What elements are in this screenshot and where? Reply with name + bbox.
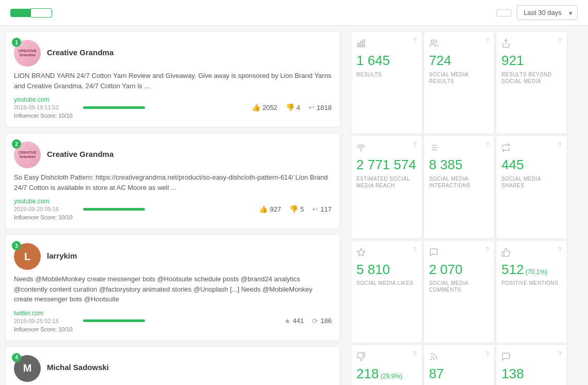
score-bar-bg xyxy=(83,106,145,109)
mention-date: 2019-09-20 05:16 xyxy=(14,206,73,212)
mention-card: 4 M Michal Sadowski profilem na Facebook… xyxy=(5,346,340,386)
stat-question-mark[interactable]: ? xyxy=(558,350,562,358)
svg-point-5 xyxy=(361,151,362,152)
svg-rect-1 xyxy=(361,41,362,47)
stat-value: 87 xyxy=(429,366,444,381)
stat-label: RESULTS xyxy=(356,71,382,78)
mention-stats: ★ 441 ⟳ 186 xyxy=(284,317,332,325)
reply-icon: ↩ xyxy=(312,205,318,213)
mention-card: 3 L larrykim Needs @MobileMonkey create … xyxy=(5,234,340,341)
mention-name: Creative Grandma xyxy=(47,150,113,158)
stat-question-mark[interactable]: ? xyxy=(413,141,416,149)
stat-question-mark[interactable]: ? xyxy=(413,37,416,44)
rank-badge: 1 xyxy=(12,38,21,47)
stat-card: ? 138 RESULTS FROMFORUMS xyxy=(496,344,567,385)
stat-card: ? 87 RESULTS FROMBLOGS xyxy=(423,344,495,385)
star-icon: ★ xyxy=(284,317,291,325)
stat-label: SOCIAL MEDIA LIKES xyxy=(356,280,413,286)
mention-meta-left: youtube.com 2019-09-20 05:16 Influencer … xyxy=(14,198,73,220)
score-bar-bg xyxy=(83,319,145,322)
source-link[interactable]: youtube.com xyxy=(14,198,73,205)
like-count: 441 xyxy=(293,317,304,325)
mention-name: Michal Sadowski xyxy=(47,363,109,372)
stat-card: ? 921 RESULTS BEYONDSOCIAL MEDIA xyxy=(496,31,567,134)
stat-question-mark[interactable]: ? xyxy=(485,246,489,253)
stat-question-mark[interactable]: ? xyxy=(413,246,416,253)
source-link[interactable]: twitter.com xyxy=(14,310,73,317)
stat-icon-list xyxy=(429,143,438,154)
stat-icon-comment xyxy=(429,248,438,259)
score-bar-fill xyxy=(83,106,145,109)
stat-card: ? 2 771 574 ESTIMATED SOCIALMEDIA REACH xyxy=(351,135,422,238)
stat-card: ? 445 SOCIAL MEDIASHARES xyxy=(496,135,567,238)
avatar-wrapper: 3 L xyxy=(14,243,41,270)
dislike-stat: 👎 5 xyxy=(289,205,304,213)
dislike-icon: 👎 xyxy=(286,103,295,111)
stat-question-mark[interactable]: ? xyxy=(413,350,416,358)
dislike-count: 5 xyxy=(300,205,304,213)
stat-value: 2 070 xyxy=(429,262,463,277)
mention-body: Needs @MobileMonkey create messenger bot… xyxy=(14,274,332,304)
retweet-icon: ⟳ xyxy=(312,317,318,325)
reply-icon: ↩ xyxy=(308,103,315,111)
score-bar-container xyxy=(83,319,145,322)
rank-badge: 2 xyxy=(12,139,21,149)
stat-value: 8 385 xyxy=(429,157,463,172)
main-layout: 1 CREATIVEGrandma Creative Grandma LION … xyxy=(0,26,588,385)
mention-body: LION BRAND YARN 24/7 Cotton Yarn Review … xyxy=(14,71,332,91)
mention-date: 2019-09-25 02:15 xyxy=(14,318,73,324)
stat-question-mark[interactable]: ? xyxy=(485,37,489,44)
rank-badge: 4 xyxy=(12,353,21,362)
stat-label: SOCIAL MEDIARESULTS xyxy=(429,71,469,85)
source-link[interactable]: youtube.com xyxy=(14,96,73,103)
stat-question-mark[interactable]: ? xyxy=(558,246,562,253)
like-count: 927 xyxy=(270,205,281,213)
stat-icon-rss xyxy=(429,352,438,363)
stat-icon-people xyxy=(429,39,438,50)
stat-value: 138 xyxy=(501,366,524,381)
mention-meta: youtube.com 2019-09-19 11:52 Influencer … xyxy=(14,96,332,119)
filter-mentions-button[interactable] xyxy=(496,9,512,17)
stat-label: ESTIMATED SOCIALMEDIA REACH xyxy=(356,175,410,189)
toolbar-right: Last 30 days xyxy=(496,5,578,20)
like-icon: 👍 xyxy=(259,205,268,213)
stat-suffix: (29.9%) xyxy=(379,373,402,380)
mention-name: larrykim xyxy=(47,251,77,260)
stat-question-mark[interactable]: ? xyxy=(485,350,489,358)
stat-icon-share xyxy=(501,39,511,50)
mention-meta: youtube.com 2019-09-20 05:16 Influencer … xyxy=(14,198,332,220)
stat-question-mark[interactable]: ? xyxy=(558,37,562,44)
stat-card: ? 8 385 SOCIAL MEDIAINTERACTIONS xyxy=(423,135,495,238)
mention-stats: 👍 927 👎 5 ↩ 117 xyxy=(259,205,332,213)
stat-icon-thumbs-down xyxy=(356,352,366,363)
avatar-wrapper: 1 CREATIVEGrandma xyxy=(14,40,41,67)
mention-card: 2 CREATIVEGrandma Creative Grandma So Ea… xyxy=(5,133,340,229)
avatar-wrapper: 4 M xyxy=(14,355,41,382)
like-stat: ★ 441 xyxy=(284,317,304,325)
mentions-panel: 1 CREATIVEGrandma Creative Grandma LION … xyxy=(0,26,346,385)
svg-point-13 xyxy=(431,359,432,360)
stat-icon-bar-chart xyxy=(356,39,366,50)
stats-panel: ? 1 645 RESULTS ? 724 SOCIAL MEDIARESULT… xyxy=(346,26,573,385)
stat-value: 2 771 574 xyxy=(356,157,416,172)
date-range-select[interactable]: Last 30 days xyxy=(517,5,578,20)
dislike-icon: 👎 xyxy=(289,205,298,213)
like-icon: 👍 xyxy=(252,103,260,111)
svg-rect-0 xyxy=(357,43,359,47)
like-count: 2052 xyxy=(263,104,277,111)
rank-badge: 3 xyxy=(12,241,21,250)
tab-popular-profiles[interactable] xyxy=(31,8,52,18)
stat-label: SOCIAL MEDIAINTERACTIONS xyxy=(429,175,470,189)
tab-popular-mentions[interactable] xyxy=(10,9,31,17)
stat-question-mark[interactable]: ? xyxy=(558,141,562,149)
mention-card: 1 CREATIVEGrandma Creative Grandma LION … xyxy=(5,31,340,127)
stat-card: ? 5 810 SOCIAL MEDIA LIKES xyxy=(351,240,422,343)
stat-value: 724 xyxy=(429,53,451,68)
mention-name: Creative Grandma xyxy=(47,48,113,57)
stat-question-mark[interactable]: ? xyxy=(485,141,489,149)
influencer-score: Influencer Score: 10/10 xyxy=(14,113,73,119)
stat-icon-bubble xyxy=(501,352,511,363)
influencer-score: Influencer Score: 10/10 xyxy=(14,326,73,332)
stat-card: ? 724 SOCIAL MEDIARESULTS xyxy=(423,31,495,134)
stat-value: 218 (29.9%) xyxy=(356,366,402,381)
